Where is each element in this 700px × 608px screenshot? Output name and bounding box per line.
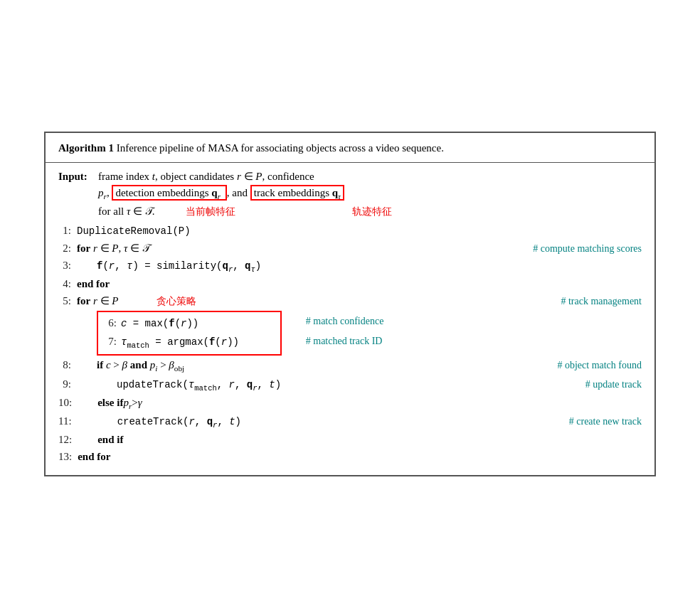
line-content-6: c = max(f(r)) — [121, 316, 269, 332]
line-num-13: 13: — [58, 449, 78, 465]
line-4: 4: end for — [58, 276, 642, 292]
line-11: 11: createTrack(r, qr, t) # create new t… — [58, 413, 642, 431]
line11-code: createTrack(r, qr, t) — [117, 415, 241, 431]
track-embed-box: track embeddings qτ — [250, 185, 344, 201]
algorithm-header: Algorithm 1 Inference pipeline of MASA f… — [46, 133, 654, 163]
line-num-6: 6: — [105, 315, 121, 331]
line-content-5: for r ∈ P 贪心策略 # track management — [77, 293, 642, 309]
algorithm-description: Inference pipeline of MASA for associati… — [117, 142, 444, 154]
line6-code: c = max(f(r)) — [121, 316, 198, 332]
line-num-10: 10: — [58, 395, 78, 411]
line-7: 7: τmatch = argmax(f(r)) — [105, 334, 269, 351]
line-content-2: for r ∈ P, τ ∈ 𝒯 # compute matching scor… — [77, 240, 642, 257]
annot-track: 轨迹特征 — [352, 205, 392, 220]
line-content-9: updateTrack(τmatch, r, qr, t) # update t… — [77, 377, 642, 394]
line11-comment: # create new track — [569, 414, 642, 430]
line7-code: τmatch = argmax(f(r)) — [121, 335, 239, 351]
line-content-10: else if pr > γ — [78, 395, 642, 412]
detection-embed-box: detection embeddings qr — [112, 185, 226, 201]
line-num-3: 3: — [58, 257, 77, 274]
line-8: 8: if c > β and pi > βobj # object match… — [58, 357, 642, 375]
line-content-11: createTrack(r, qr, t) # create new track — [78, 414, 642, 431]
line5-comment: # track management — [561, 294, 642, 309]
line-6: 6: c = max(f(r)) — [105, 315, 269, 332]
line6-comment: # match confidence — [306, 314, 384, 329]
line-10: 10: else if pr > γ — [58, 395, 642, 412]
algorithm-container: Algorithm 1 Inference pipeline of MASA f… — [44, 132, 656, 476]
line-content-4: end for — [77, 276, 642, 292]
input-content: frame index t, object candidates r ∈ P, … — [98, 169, 642, 220]
line-content-1: DuplicateRemoval(P) — [77, 224, 642, 240]
line-2: 2: for r ∈ P, τ ∈ 𝒯 # compute matching s… — [58, 240, 642, 257]
line2-comment: # compute matching scores — [533, 241, 642, 257]
line-num-2: 2: — [58, 240, 77, 257]
line-num-7: 7: — [105, 334, 121, 350]
line-num-5: 5: — [58, 293, 77, 309]
annot-greedy: 贪心策略 — [157, 296, 196, 306]
line-content-13: end for — [78, 449, 642, 465]
line-5: 5: for r ∈ P 贪心策略 # track management — [58, 293, 642, 309]
algorithm-title: Algorithm 1 — [58, 142, 114, 154]
line-13: 13: end for — [58, 449, 642, 465]
line-3: 3: f(r, τ) = similarity(qr, qτ) — [58, 257, 642, 275]
line-12: 12: end if — [58, 432, 642, 448]
line3-code: f(r, τ) = similarity(qr, qτ) — [97, 259, 261, 275]
algorithm-body: Input: frame index t, object candidates … — [46, 163, 654, 475]
line-1: 1: DuplicateRemoval(P) — [58, 223, 642, 240]
input-section: Input: frame index t, object candidates … — [58, 169, 642, 220]
line-num-8: 8: — [58, 357, 77, 373]
annot-detection: 当前帧特征 — [186, 205, 235, 220]
line8-comment: # object match found — [557, 358, 642, 373]
line-content-8: if c > β and pi > βobj # object match fo… — [77, 357, 642, 375]
line-content-7: τmatch = argmax(f(r)) — [121, 335, 269, 351]
line-num-9: 9: — [58, 376, 77, 393]
line-num-1: 1: — [58, 223, 77, 239]
greedy-box: 6: c = max(f(r)) 7: τmatch = argmax(f(r)… — [97, 311, 642, 356]
line-9: 9: updateTrack(τmatch, r, qr, t) # updat… — [58, 376, 642, 394]
greedy-comments: # match confidence # matched track ID — [306, 314, 384, 348]
line9-comment: # update track — [585, 377, 642, 393]
line-content-3: f(r, τ) = similarity(qr, qτ) — [77, 259, 642, 275]
input-label: Input: — [58, 169, 95, 220]
line9-code: updateTrack(τmatch, r, qr, t) — [117, 378, 281, 394]
line-num-12: 12: — [58, 432, 78, 448]
line-num-11: 11: — [58, 413, 78, 430]
line1-code: DuplicateRemoval(P) — [77, 224, 191, 240]
line-num-4: 4: — [58, 276, 77, 292]
line-content-12: end if — [78, 432, 642, 448]
line7-comment: # matched track ID — [306, 334, 384, 349]
